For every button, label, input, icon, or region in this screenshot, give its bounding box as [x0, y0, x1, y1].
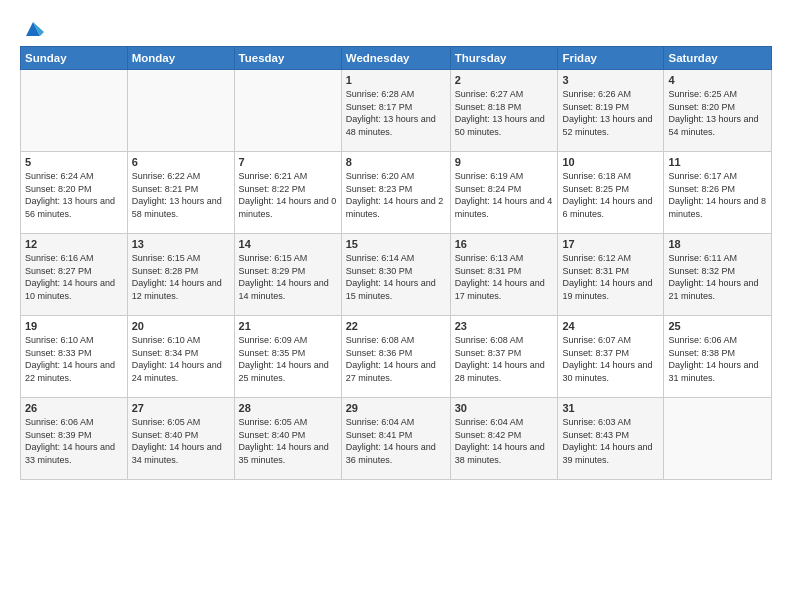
cell-daylight: Daylight: 14 hours and 31 minutes. [668, 359, 767, 384]
cell-info: Sunrise: 6:09 AMSunset: 8:35 PMDaylight:… [239, 334, 337, 384]
cell-date: 30 [455, 402, 554, 414]
cell-daylight: Daylight: 14 hours and 27 minutes. [346, 359, 446, 384]
cell-date: 9 [455, 156, 554, 168]
calendar-cell [127, 70, 234, 152]
cell-sunset: Sunset: 8:19 PM [562, 101, 659, 114]
cell-daylight: Daylight: 14 hours and 28 minutes. [455, 359, 554, 384]
cell-daylight: Daylight: 14 hours and 14 minutes. [239, 277, 337, 302]
cell-daylight: Daylight: 14 hours and 2 minutes. [346, 195, 446, 220]
cell-date: 6 [132, 156, 230, 168]
cell-date: 22 [346, 320, 446, 332]
calendar-cell: 30Sunrise: 6:04 AMSunset: 8:42 PMDayligh… [450, 398, 558, 480]
calendar-day-header: Monday [127, 47, 234, 70]
cell-date: 8 [346, 156, 446, 168]
cell-date: 11 [668, 156, 767, 168]
cell-sunset: Sunset: 8:34 PM [132, 347, 230, 360]
cell-sunrise: Sunrise: 6:04 AM [346, 416, 446, 429]
calendar-day-header: Friday [558, 47, 664, 70]
cell-info: Sunrise: 6:05 AMSunset: 8:40 PMDaylight:… [132, 416, 230, 466]
cell-sunrise: Sunrise: 6:26 AM [562, 88, 659, 101]
calendar-day-header: Tuesday [234, 47, 341, 70]
calendar-cell: 5Sunrise: 6:24 AMSunset: 8:20 PMDaylight… [21, 152, 128, 234]
cell-daylight: Daylight: 14 hours and 38 minutes. [455, 441, 554, 466]
cell-sunset: Sunset: 8:40 PM [132, 429, 230, 442]
cell-sunset: Sunset: 8:31 PM [455, 265, 554, 278]
calendar-week-row: 5Sunrise: 6:24 AMSunset: 8:20 PMDaylight… [21, 152, 772, 234]
cell-sunrise: Sunrise: 6:25 AM [668, 88, 767, 101]
cell-date: 24 [562, 320, 659, 332]
cell-sunrise: Sunrise: 6:06 AM [25, 416, 123, 429]
cell-daylight: Daylight: 13 hours and 48 minutes. [346, 113, 446, 138]
cell-info: Sunrise: 6:04 AMSunset: 8:41 PMDaylight:… [346, 416, 446, 466]
calendar-week-row: 26Sunrise: 6:06 AMSunset: 8:39 PMDayligh… [21, 398, 772, 480]
cell-sunset: Sunset: 8:32 PM [668, 265, 767, 278]
calendar-cell: 24Sunrise: 6:07 AMSunset: 8:37 PMDayligh… [558, 316, 664, 398]
cell-info: Sunrise: 6:06 AMSunset: 8:38 PMDaylight:… [668, 334, 767, 384]
cell-sunset: Sunset: 8:40 PM [239, 429, 337, 442]
calendar-cell: 2Sunrise: 6:27 AMSunset: 8:18 PMDaylight… [450, 70, 558, 152]
cell-sunrise: Sunrise: 6:15 AM [239, 252, 337, 265]
cell-date: 1 [346, 74, 446, 86]
cell-date: 23 [455, 320, 554, 332]
cell-daylight: Daylight: 14 hours and 25 minutes. [239, 359, 337, 384]
cell-date: 28 [239, 402, 337, 414]
calendar-cell: 26Sunrise: 6:06 AMSunset: 8:39 PMDayligh… [21, 398, 128, 480]
cell-info: Sunrise: 6:10 AMSunset: 8:33 PMDaylight:… [25, 334, 123, 384]
calendar-week-row: 12Sunrise: 6:16 AMSunset: 8:27 PMDayligh… [21, 234, 772, 316]
calendar-cell: 16Sunrise: 6:13 AMSunset: 8:31 PMDayligh… [450, 234, 558, 316]
page: SundayMondayTuesdayWednesdayThursdayFrid… [0, 0, 792, 612]
cell-sunset: Sunset: 8:38 PM [668, 347, 767, 360]
cell-daylight: Daylight: 13 hours and 56 minutes. [25, 195, 123, 220]
cell-date: 2 [455, 74, 554, 86]
calendar-cell: 19Sunrise: 6:10 AMSunset: 8:33 PMDayligh… [21, 316, 128, 398]
cell-daylight: Daylight: 14 hours and 6 minutes. [562, 195, 659, 220]
calendar-cell: 1Sunrise: 6:28 AMSunset: 8:17 PMDaylight… [341, 70, 450, 152]
cell-date: 4 [668, 74, 767, 86]
cell-sunset: Sunset: 8:20 PM [668, 101, 767, 114]
calendar-cell: 27Sunrise: 6:05 AMSunset: 8:40 PMDayligh… [127, 398, 234, 480]
cell-sunset: Sunset: 8:30 PM [346, 265, 446, 278]
cell-sunset: Sunset: 8:27 PM [25, 265, 123, 278]
logo-icon [22, 18, 44, 40]
cell-date: 25 [668, 320, 767, 332]
calendar-cell: 4Sunrise: 6:25 AMSunset: 8:20 PMDaylight… [664, 70, 772, 152]
cell-info: Sunrise: 6:15 AMSunset: 8:28 PMDaylight:… [132, 252, 230, 302]
cell-info: Sunrise: 6:04 AMSunset: 8:42 PMDaylight:… [455, 416, 554, 466]
cell-sunrise: Sunrise: 6:19 AM [455, 170, 554, 183]
cell-info: Sunrise: 6:06 AMSunset: 8:39 PMDaylight:… [25, 416, 123, 466]
calendar-cell [664, 398, 772, 480]
calendar-cell: 31Sunrise: 6:03 AMSunset: 8:43 PMDayligh… [558, 398, 664, 480]
cell-sunset: Sunset: 8:23 PM [346, 183, 446, 196]
cell-daylight: Daylight: 14 hours and 30 minutes. [562, 359, 659, 384]
cell-sunset: Sunset: 8:42 PM [455, 429, 554, 442]
cell-sunrise: Sunrise: 6:20 AM [346, 170, 446, 183]
cell-info: Sunrise: 6:13 AMSunset: 8:31 PMDaylight:… [455, 252, 554, 302]
cell-daylight: Daylight: 14 hours and 10 minutes. [25, 277, 123, 302]
cell-sunrise: Sunrise: 6:17 AM [668, 170, 767, 183]
calendar-cell: 3Sunrise: 6:26 AMSunset: 8:19 PMDaylight… [558, 70, 664, 152]
calendar-cell: 22Sunrise: 6:08 AMSunset: 8:36 PMDayligh… [341, 316, 450, 398]
cell-date: 18 [668, 238, 767, 250]
calendar-cell: 17Sunrise: 6:12 AMSunset: 8:31 PMDayligh… [558, 234, 664, 316]
cell-info: Sunrise: 6:22 AMSunset: 8:21 PMDaylight:… [132, 170, 230, 220]
cell-info: Sunrise: 6:08 AMSunset: 8:37 PMDaylight:… [455, 334, 554, 384]
cell-date: 20 [132, 320, 230, 332]
cell-daylight: Daylight: 14 hours and 17 minutes. [455, 277, 554, 302]
calendar-cell: 23Sunrise: 6:08 AMSunset: 8:37 PMDayligh… [450, 316, 558, 398]
cell-sunset: Sunset: 8:20 PM [25, 183, 123, 196]
cell-daylight: Daylight: 14 hours and 21 minutes. [668, 277, 767, 302]
cell-sunset: Sunset: 8:24 PM [455, 183, 554, 196]
cell-sunset: Sunset: 8:43 PM [562, 429, 659, 442]
cell-sunrise: Sunrise: 6:11 AM [668, 252, 767, 265]
cell-info: Sunrise: 6:24 AMSunset: 8:20 PMDaylight:… [25, 170, 123, 220]
logo [20, 18, 46, 36]
cell-date: 13 [132, 238, 230, 250]
cell-info: Sunrise: 6:27 AMSunset: 8:18 PMDaylight:… [455, 88, 554, 138]
calendar-week-row: 19Sunrise: 6:10 AMSunset: 8:33 PMDayligh… [21, 316, 772, 398]
calendar-week-row: 1Sunrise: 6:28 AMSunset: 8:17 PMDaylight… [21, 70, 772, 152]
cell-info: Sunrise: 6:16 AMSunset: 8:27 PMDaylight:… [25, 252, 123, 302]
cell-daylight: Daylight: 14 hours and 33 minutes. [25, 441, 123, 466]
cell-info: Sunrise: 6:12 AMSunset: 8:31 PMDaylight:… [562, 252, 659, 302]
calendar-cell: 10Sunrise: 6:18 AMSunset: 8:25 PMDayligh… [558, 152, 664, 234]
cell-sunset: Sunset: 8:26 PM [668, 183, 767, 196]
